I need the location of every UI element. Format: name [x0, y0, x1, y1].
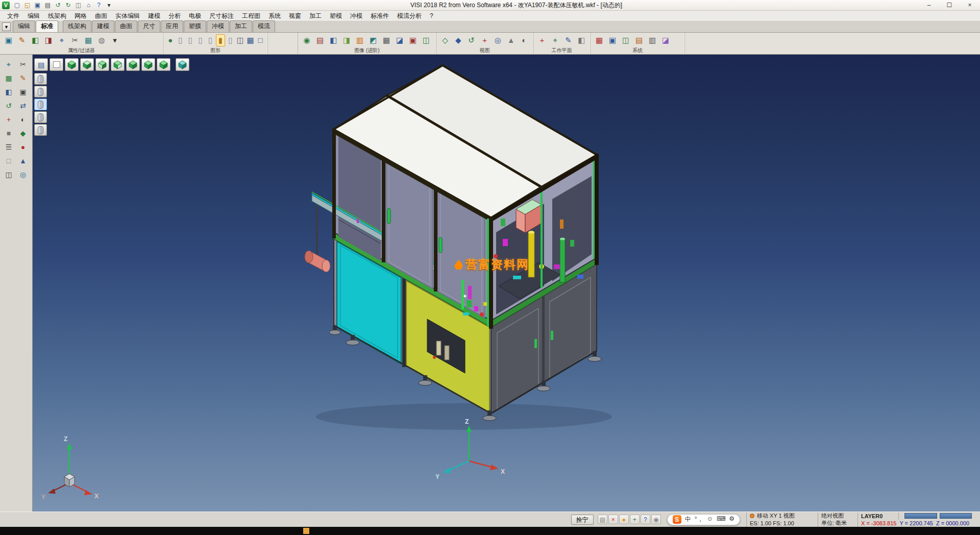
sidebar-tool-button[interactable]: ⌖ [2, 58, 15, 70]
view-cube-back-button[interactable] [126, 58, 140, 71]
ribbon-icon-button[interactable]: ◉ [301, 34, 313, 46]
ribbon-icon-button[interactable]: ▤ [633, 34, 645, 46]
view-mode-indicator[interactable]: 移动 XY 1 视图 [746, 513, 818, 520]
ribbon-icon-button[interactable]: ▯ [196, 34, 205, 46]
menu-item[interactable]: 电极 [185, 11, 205, 21]
sidebar-tool-button[interactable]: ◆ [16, 127, 30, 139]
menu-item[interactable]: ? [426, 11, 437, 20]
quick-access-button[interactable]: ▾ [104, 1, 114, 10]
ribbon-icon-button[interactable]: ◧ [575, 34, 587, 46]
ribbon-icon-button[interactable]: ▯ [176, 34, 185, 46]
ime-logo-icon[interactable]: S [673, 515, 681, 524]
tab[interactable]: 应用 [161, 20, 183, 32]
minimize-button[interactable]: – [919, 0, 939, 11]
ribbon-icon-button[interactable]: ▦ [82, 34, 94, 46]
ribbon-icon-button[interactable]: ◫ [620, 34, 632, 46]
tab[interactable]: 尺寸 [138, 20, 160, 32]
ribbon-icon-button[interactable]: + [536, 34, 548, 46]
menu-item[interactable]: 模流分析 [393, 11, 426, 21]
ribbon-icon-button[interactable]: ▮ [216, 34, 225, 46]
view-cube-left-button[interactable] [141, 58, 155, 71]
ime-button[interactable]: ☺ [707, 515, 713, 524]
sidebar-tool-button[interactable]: ↺ [2, 100, 15, 112]
menu-item[interactable]: 工程图 [238, 11, 264, 21]
windows-taskbar[interactable] [0, 527, 980, 535]
ime-button[interactable]: 中 [685, 515, 691, 524]
quick-access-button[interactable]: ▤ [43, 1, 53, 10]
display-filter-1-button[interactable] [34, 73, 47, 85]
view-cube-iso-button[interactable] [65, 58, 79, 71]
tab[interactable]: 模流 [253, 20, 275, 32]
ribbon-icon-button[interactable]: ◐ [518, 34, 530, 46]
menu-item[interactable]: 标准件 [366, 11, 393, 21]
status-icon[interactable]: ◉ [651, 515, 661, 524]
ribbon-icon-button[interactable]: ▯ [206, 34, 215, 46]
menu-item[interactable]: 网格 [70, 11, 91, 21]
ribbon-icon-button[interactable]: + [479, 34, 491, 46]
ribbon-icon-button[interactable]: ● [166, 34, 175, 46]
ribbon-icon-button[interactable]: ◫ [420, 34, 432, 46]
ribbon-icon-button[interactable]: ▦ [380, 34, 393, 46]
ribbon-icon-button[interactable]: ▣ [606, 34, 619, 46]
ribbon-icon-button[interactable]: ◩ [367, 34, 379, 46]
display-filter-2-button[interactable] [34, 86, 47, 98]
tab[interactable]: 冲模 [207, 20, 229, 32]
ribbon-icon-button[interactable]: ▣ [407, 34, 419, 46]
status-icon[interactable]: ▤ [598, 515, 607, 524]
tab[interactable]: 标准 [36, 20, 58, 32]
menu-item[interactable]: 分析 [164, 11, 185, 21]
close-button[interactable]: × [960, 0, 980, 11]
ime-button[interactable]: °， [695, 515, 703, 524]
sidebar-tool-button[interactable]: ▦ [2, 72, 15, 84]
ribbon-icon-button[interactable]: ▣ [3, 34, 15, 46]
menu-item[interactable]: 建模 [144, 11, 164, 21]
ribbon-icon-button[interactable]: ◍ [95, 34, 108, 46]
status-icon[interactable]: + [630, 515, 640, 524]
ribbon-icon-button[interactable]: ✎ [16, 34, 28, 46]
tab-dropdown-button[interactable]: ▼ [2, 22, 11, 31]
sidebar-tool-button[interactable]: ✎ [16, 72, 30, 84]
ribbon-icon-button[interactable]: □ [256, 34, 265, 46]
snap-lock-button[interactable]: 拴宁 [571, 515, 594, 525]
ribbon-icon-button[interactable]: ▤ [314, 34, 326, 46]
status-icon[interactable]: ? [641, 515, 650, 524]
sidebar-tool-button[interactable]: ◐ [16, 113, 30, 126]
ribbon-icon-button[interactable]: ▯ [186, 34, 195, 46]
ime-button[interactable]: ⌨ [717, 515, 725, 524]
sidebar-tool-button[interactable]: ▲ [16, 155, 30, 167]
display-filter-3-button[interactable] [34, 99, 47, 110]
sidebar-tool-button[interactable]: + [2, 113, 15, 126]
ribbon-icon-button[interactable]: ▥ [646, 34, 658, 46]
menu-item[interactable]: 线架构 [44, 11, 70, 21]
menu-item[interactable]: 文件 [3, 11, 23, 21]
viewport-3d[interactable]: Z X Y Z X Y ▤ [33, 55, 980, 512]
menu-item[interactable]: 加工 [305, 11, 326, 21]
tab[interactable]: 建模 [92, 20, 114, 32]
taskbar-app-icon[interactable] [303, 528, 309, 534]
menu-item[interactable]: 编辑 [23, 11, 44, 21]
ribbon-icon-button[interactable]: ◨ [340, 34, 353, 46]
tab[interactable]: 加工 [230, 20, 252, 32]
menu-item[interactable]: 曲面 [91, 11, 111, 21]
sidebar-tool-button[interactable]: ◧ [2, 86, 15, 98]
ribbon-icon-button[interactable]: ▥ [354, 34, 366, 46]
view-blank-button[interactable] [50, 58, 63, 71]
ribbon-icon-button[interactable]: ▦ [593, 34, 605, 46]
sidebar-tool-button[interactable]: ◎ [16, 168, 30, 181]
sidebar-tool-button[interactable]: ⇄ [16, 100, 30, 112]
menu-item[interactable]: 实体编辑 [111, 11, 144, 21]
view-cube-right-button[interactable] [111, 58, 125, 71]
maximize-button[interactable]: ☐ [939, 0, 960, 11]
display-filter-4-button[interactable] [34, 111, 47, 123]
ribbon-icon-button[interactable]: ◇ [439, 34, 451, 46]
sidebar-tool-button[interactable]: ☰ [2, 141, 15, 153]
sidebar-tool-button[interactable]: ◫ [2, 168, 15, 181]
sidebar-tool-button[interactable]: ● [16, 141, 30, 153]
ribbon-icon-button[interactable]: ⌖ [56, 34, 68, 46]
menu-item[interactable]: 冲模 [346, 11, 366, 21]
ribbon-icon-button[interactable]: ◧ [327, 34, 339, 46]
quick-access-button[interactable]: ↺ [53, 1, 63, 10]
quick-access-button[interactable]: ◱ [22, 1, 32, 10]
sidebar-tool-button[interactable]: □ [2, 155, 15, 167]
sidebar-tool-button[interactable]: ▣ [16, 86, 30, 98]
